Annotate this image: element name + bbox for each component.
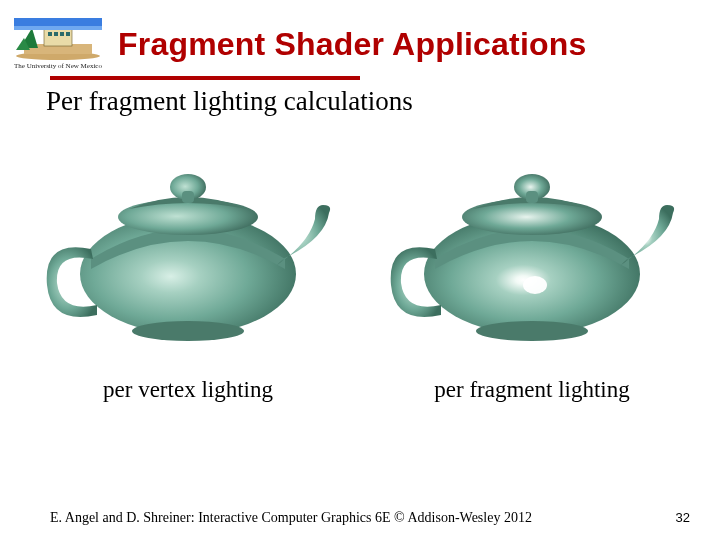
teapot-fragment-image <box>377 139 687 349</box>
svg-rect-8 <box>14 26 102 30</box>
svg-rect-7 <box>14 18 102 26</box>
page-number: 32 <box>676 510 690 525</box>
svg-point-16 <box>462 199 602 235</box>
slide-footer: E. Angel and D. Shreiner: Interactive Co… <box>0 510 720 526</box>
figure-right: per fragment lighting <box>377 139 687 403</box>
figure-left: per vertex lighting <box>33 139 343 403</box>
figure-row: per vertex lighting <box>0 139 720 403</box>
footer-credit: E. Angel and D. Shreiner: Interactive Co… <box>50 510 532 526</box>
caption-right: per fragment lighting <box>377 377 687 403</box>
teapot-icon <box>377 139 687 349</box>
svg-point-13 <box>132 321 244 341</box>
slide-title: Fragment Shader Applications <box>118 26 587 63</box>
svg-point-15 <box>523 276 547 294</box>
svg-rect-5 <box>60 32 64 36</box>
caption-left: per vertex lighting <box>33 377 343 403</box>
svg-point-19 <box>476 321 588 341</box>
svg-rect-18 <box>526 191 538 203</box>
teapot-vertex-image <box>33 139 343 349</box>
svg-rect-6 <box>66 32 70 36</box>
unm-logo-icon <box>14 18 102 60</box>
svg-rect-2 <box>44 28 72 46</box>
svg-rect-12 <box>182 191 194 203</box>
svg-rect-4 <box>54 32 58 36</box>
logo-box: The University of New Mexico <box>8 18 108 70</box>
subtitle: Per fragment lighting calculations <box>46 86 720 117</box>
logo-caption: The University of New Mexico <box>8 62 108 70</box>
title-underline <box>50 76 360 80</box>
teapot-icon <box>33 139 343 349</box>
slide-header: The University of New Mexico Fragment Sh… <box>0 0 720 70</box>
svg-rect-3 <box>48 32 52 36</box>
svg-point-10 <box>118 199 258 235</box>
